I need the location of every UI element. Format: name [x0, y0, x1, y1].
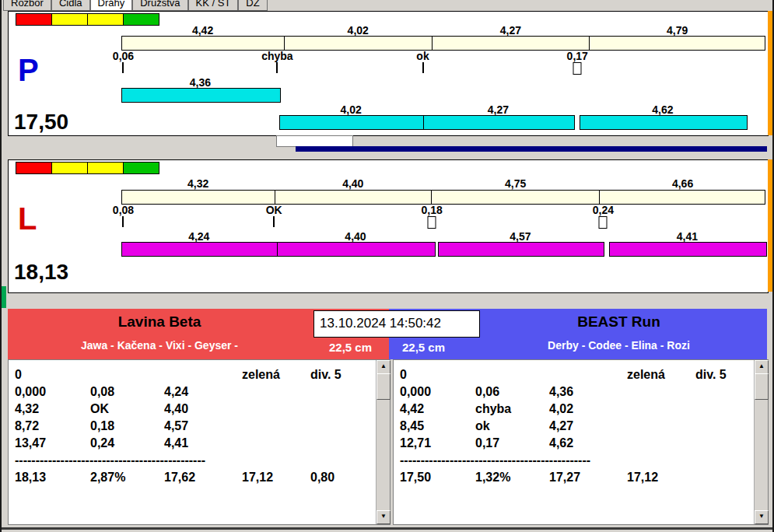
result-cell: zelená [242, 366, 310, 383]
tab-strip: RozborČidlaDráhyDružstvaKK / STDZ [3, 0, 268, 10]
changeover-labels: 0,06chybaok0,17 [121, 50, 765, 61]
lane-chart-p: 4,424,024,274,79 0,06chybaok0,17 4,36 4,… [121, 12, 765, 135]
result-cell: 4,24 [164, 383, 242, 401]
split-ruler [121, 36, 765, 51]
scroll-up-icon[interactable]: ▲ [376, 360, 391, 374]
status-square [51, 13, 88, 26]
result-cell: 4,40 [164, 401, 242, 418]
results-panel-left: 0zelenádiv. 50,0000,084,244,32OK4,408,72… [8, 359, 391, 525]
result-cell: 4,27 [549, 418, 627, 435]
window-left-edge [0, 0, 2, 532]
lane-total-time-p: 17,50 [14, 111, 68, 133]
window-bottom-edge [0, 527, 774, 530]
lane-panel-p: P 17,50 4,424,024,274,79 0,06chybaok0,17… [8, 11, 769, 136]
ruler-segment-label: 4,75 [431, 177, 600, 190]
lane-chart-l: 4,324,404,754,66 0,08OK0,180,24 4,244,40… [121, 160, 765, 292]
result-cell: div. 5 [310, 366, 376, 383]
dog-time-bar [423, 115, 576, 130]
status-square [87, 162, 124, 174]
tab-label: DZ [246, 0, 259, 9]
result-row: 4,42chyba4,02 [400, 401, 755, 418]
scroll-up-icon[interactable]: ▲ [755, 360, 769, 374]
result-cell: 1,32% [475, 469, 549, 486]
scrollbar: ▲ ▼ [376, 360, 390, 524]
result-cell [627, 383, 695, 401]
scroll-down-icon[interactable]: ▼ [376, 510, 391, 524]
result-cell [242, 383, 310, 401]
result-cell [695, 469, 755, 486]
scroll-down-icon[interactable]: ▼ [755, 510, 769, 524]
tab-rozbor[interactable]: Rozbor [3, 0, 51, 11]
result-row: 0zelenádiv. 5 [400, 366, 755, 383]
ruler-segment [122, 37, 285, 50]
changeover-box [428, 216, 436, 229]
team-name: Lavina Beta [8, 313, 311, 331]
ruler-labels: 4,324,404,754,66 [121, 177, 765, 190]
dog-time-bar [121, 242, 278, 257]
tab-label: Dráhy [98, 0, 125, 9]
result-row: 0zelenádiv. 5 [15, 366, 376, 383]
changeover-tick [422, 62, 424, 73]
result-cell [242, 435, 310, 452]
separator-line: ----------------------------------------… [15, 452, 376, 469]
status-square [16, 162, 52, 174]
tab--idla[interactable]: Čidla [51, 0, 90, 11]
scroll-thumb[interactable] [376, 373, 391, 400]
changeover-label: 0,17 [567, 50, 588, 62]
tab-dru-stva[interactable]: Družstva [132, 0, 187, 11]
result-cell: 17,27 [549, 469, 627, 486]
tab-label: Čidla [59, 0, 82, 9]
result-cell [549, 366, 627, 383]
result-cell: 12,71 [400, 435, 475, 452]
changeover-label: 0,08 [113, 204, 134, 216]
changeover-label: 0,18 [421, 204, 442, 216]
result-cell [627, 401, 695, 418]
ruler-segment [600, 191, 765, 204]
dog-time-label: 4,57 [510, 230, 531, 243]
team-members: Jawa - Kačena - Vixi - Geyser - [8, 339, 311, 352]
team-name: BEAST Run [471, 313, 767, 331]
result-cell [627, 418, 695, 435]
changeover-tick [276, 62, 278, 73]
result-row: 0,0000,064,36 [400, 383, 755, 401]
ruler-segment-label: 4,32 [121, 177, 275, 190]
changeover-box [573, 62, 582, 75]
dog-time-bar [121, 88, 281, 103]
green-edge-marker [2, 286, 6, 308]
result-cell: 0,06 [475, 383, 549, 401]
changeover-tick [273, 216, 275, 227]
jump-height: 22,5 cm [329, 341, 372, 354]
scroll-thumb[interactable] [755, 373, 769, 400]
result-cell [695, 418, 755, 435]
results-text-left[interactable]: 0zelenádiv. 50,0000,084,244,32OK4,408,72… [9, 360, 376, 524]
ruler-segment [433, 37, 590, 50]
tab-label: Družstva [140, 0, 180, 9]
ruler-segment [285, 37, 433, 50]
result-cell: 0,24 [90, 435, 164, 452]
result-cell [310, 418, 376, 435]
tab-kk-st[interactable]: KK / ST [188, 0, 239, 11]
result-row: 8,45ok4,27 [400, 418, 755, 435]
result-cell: 4,62 [549, 435, 627, 452]
app-window: RozborČidlaDráhyDružstvaKK / STDZ P 17,5… [0, 0, 774, 532]
dog-time-label: 4,41 [677, 230, 698, 243]
separator-line: ----------------------------------------… [400, 452, 755, 469]
ruler-segment [590, 37, 765, 50]
dog-time-label: 4,02 [341, 103, 362, 116]
changeover-labels: 0,08OK0,180,24 [121, 204, 765, 215]
dog-time-bar-row: 4,244,404,574,41 [121, 230, 765, 256]
lane-total-time-l: 18,13 [14, 261, 68, 283]
changeover-label: chyba [261, 50, 292, 62]
results-text-right[interactable]: 0zelenádiv. 50,0000,064,364,42chyba4,028… [394, 360, 755, 524]
dog-time-bar [277, 242, 436, 257]
changeover-tick [122, 216, 124, 227]
dog-time-label: 4,62 [652, 103, 673, 116]
result-cell: ok [475, 418, 549, 435]
scrollbar: ▲ ▼ [754, 360, 768, 524]
tab-dr-hy[interactable]: Dráhy [90, 0, 133, 11]
result-cell: 4,42 [400, 401, 475, 418]
tab-dz[interactable]: DZ [238, 0, 267, 11]
dog-time-label: 4,27 [488, 103, 509, 116]
result-row: 4,32OK4,40 [15, 401, 376, 418]
result-cell: 17,12 [242, 469, 310, 486]
